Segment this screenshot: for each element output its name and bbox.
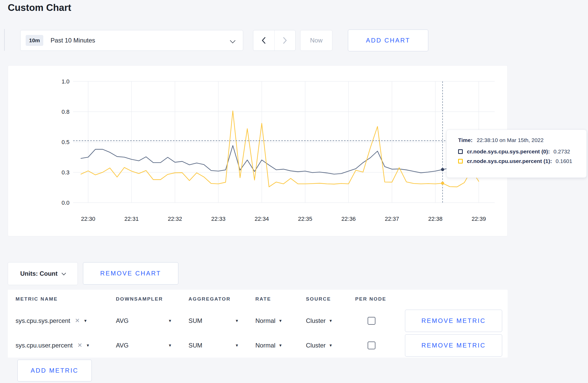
downsampler-value: AVG [116, 342, 129, 349]
tooltip-time-label: Time: [458, 137, 473, 143]
header-source: SOURCE [298, 296, 347, 302]
header-rate: RATE [248, 296, 298, 302]
aggregator-select[interactable]: SUM ▼ [181, 317, 248, 324]
custom-chart-page: Custom Chart 10m Past 10 Minutes Now ADD… [0, 0, 588, 383]
aggregator-select[interactable]: SUM ▼ [181, 342, 248, 349]
caret-down-icon: ▼ [83, 319, 87, 323]
tooltip-series-row: cr.node.sys.cpu.sys.percent (0): 0.2732 [458, 148, 586, 155]
row-actions: REMOVE METRIC [397, 310, 508, 332]
caret-down-icon: ▼ [235, 343, 239, 347]
downsampler-select[interactable]: AVG ▼ [108, 342, 181, 349]
series-1-value: 0.1601 [556, 158, 572, 164]
header-metric-name: METRIC NAME [8, 296, 108, 302]
caret-down-icon: ▼ [86, 343, 90, 347]
now-button[interactable]: Now [300, 30, 332, 51]
source-value: Cluster [306, 342, 326, 349]
chevron-down-icon [61, 271, 66, 275]
toolbar-left-divider [4, 29, 5, 51]
per-node-checkbox[interactable] [368, 342, 375, 349]
clear-metric-icon[interactable]: ✕ [77, 342, 82, 349]
table-row: sys.cpu.sys.percent ✕ ▼ AVG ▼ SUM ▼ Norm… [8, 308, 508, 333]
time-nav-group [253, 30, 296, 51]
series-0-value: 0.2732 [554, 148, 570, 155]
series-0-name: cr.node.sys.cpu.sys.percent (0): [467, 148, 550, 155]
time-range-select[interactable]: 10m Past 10 Minutes [20, 30, 243, 51]
chevron-right-icon [282, 36, 288, 45]
header-per-node: PER NODE [347, 296, 397, 302]
tooltip-time: Time:22:38:10 on Mar 15th, 2022 [458, 137, 586, 143]
time-range-badge: 10m [26, 35, 43, 46]
row-actions: REMOVE METRIC [397, 334, 508, 357]
rate-value: Normal [255, 342, 275, 349]
units-label: Units: Count [20, 270, 58, 277]
metric-name-value: sys.cpu.sys.percent [16, 317, 70, 324]
add-metric-button[interactable]: ADD METRIC [17, 360, 92, 381]
chart-card [8, 65, 508, 236]
per-node-cell [347, 342, 397, 349]
source-select[interactable]: Cluster ▼ [298, 342, 347, 349]
caret-down-icon: ▼ [329, 343, 333, 347]
remove-metric-button[interactable]: REMOVE METRIC [405, 334, 502, 357]
next-time-button[interactable] [274, 30, 296, 51]
per-node-cell [347, 317, 397, 325]
metric-name-value: sys.cpu.user.percent [16, 342, 73, 349]
metrics-table: METRIC NAME DOWNSAMPLER AGGREGATOR RATE … [8, 290, 508, 358]
units-select[interactable]: Units: Count [8, 262, 78, 285]
rate-select[interactable]: Normal ▼ [248, 342, 298, 349]
header-aggregator: AGGREGATOR [181, 296, 248, 302]
remove-metric-button[interactable]: REMOVE METRIC [405, 310, 502, 332]
series-0-swatch-icon [458, 149, 463, 154]
series-1-name: cr.node.sys.cpu.user.percent (1): [467, 158, 552, 164]
aggregator-value: SUM [188, 317, 202, 324]
rate-select[interactable]: Normal ▼ [248, 317, 298, 324]
caret-down-icon: ▼ [168, 319, 172, 323]
prev-time-button[interactable] [253, 30, 274, 51]
caret-down-icon: ▼ [329, 319, 333, 323]
caret-down-icon: ▼ [278, 343, 282, 347]
clear-metric-icon[interactable]: ✕ [75, 317, 80, 324]
metric-name-select[interactable]: sys.cpu.user.percent ✕ ▼ [8, 342, 108, 349]
metric-name-select[interactable]: sys.cpu.sys.percent ✕ ▼ [8, 317, 108, 324]
caret-down-icon: ▼ [278, 319, 282, 323]
series-1-swatch-icon [458, 159, 463, 164]
aggregator-value: SUM [188, 342, 202, 349]
table-row: sys.cpu.user.percent ✕ ▼ AVG ▼ SUM ▼ Nor… [8, 333, 508, 358]
downsampler-select[interactable]: AVG ▼ [108, 317, 181, 324]
chevron-left-icon [261, 36, 267, 45]
chevron-down-icon [230, 38, 235, 43]
page-title: Custom Chart [8, 0, 71, 16]
time-range-label: Past 10 Minutes [51, 37, 95, 44]
downsampler-value: AVG [116, 317, 129, 324]
caret-down-icon: ▼ [235, 319, 239, 323]
caret-down-icon: ▼ [168, 343, 172, 347]
source-select[interactable]: Cluster ▼ [298, 317, 347, 324]
source-value: Cluster [306, 317, 326, 324]
per-node-checkbox[interactable] [368, 317, 375, 325]
header-downsampler: DOWNSAMPLER [108, 296, 181, 302]
metrics-table-header: METRIC NAME DOWNSAMPLER AGGREGATOR RATE … [8, 290, 508, 308]
rate-value: Normal [255, 317, 275, 324]
chart-tooltip: Time:22:38:10 on Mar 15th, 2022 cr.node.… [446, 130, 587, 178]
tooltip-time-value: 22:38:10 on Mar 15th, 2022 [477, 137, 544, 143]
add-chart-button[interactable]: ADD CHART [348, 30, 428, 51]
remove-chart-button[interactable]: REMOVE CHART [83, 262, 178, 285]
tooltip-series-row: cr.node.sys.cpu.user.percent (1): 0.1601 [458, 158, 586, 164]
